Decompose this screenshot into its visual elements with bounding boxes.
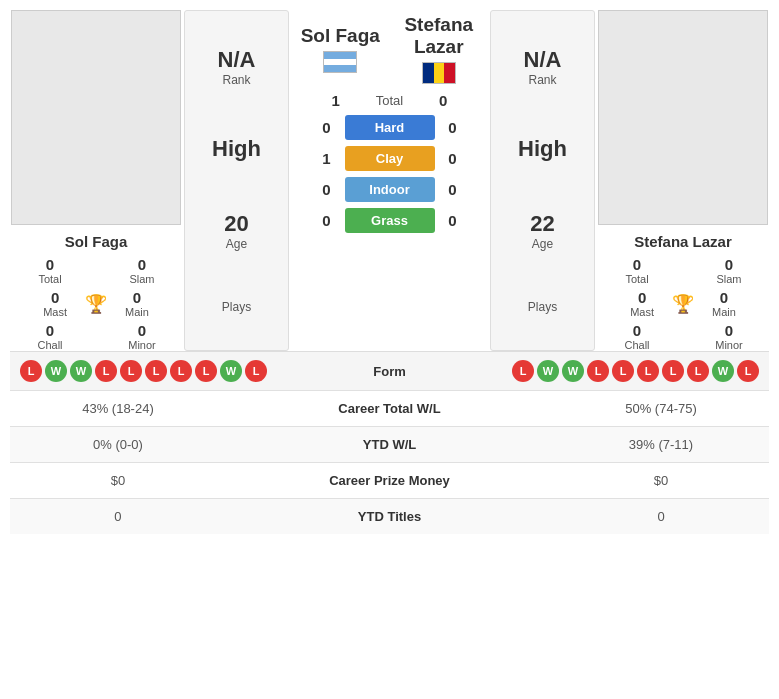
left-main-value: 0 — [133, 289, 141, 306]
left-main-item: 0 Main — [125, 289, 149, 318]
form-badge-right: L — [662, 360, 684, 382]
surface-area: 0 Hard 0 1 Clay 0 0 Indoor 0 — [291, 115, 488, 235]
total-row: 1 Total 0 — [326, 92, 453, 109]
stat-left-value: 43% (18-24) — [10, 391, 226, 427]
left-total-label: Total — [38, 273, 61, 285]
left-plays-label: Plays — [222, 300, 251, 314]
form-badge-right: L — [612, 360, 634, 382]
indoor-left-score: 0 — [317, 181, 337, 198]
stat-left-value: 0 — [10, 499, 226, 535]
right-trophy-icon: 🏆 — [672, 293, 694, 315]
left-minor-label: Minor — [128, 339, 156, 351]
form-badge-left: L — [145, 360, 167, 382]
form-label: Form — [373, 364, 406, 379]
stat-label: YTD Titles — [226, 499, 553, 535]
left-chall-value: 0 — [46, 322, 54, 339]
right-side-stats-box: N/A Rank High 22 Age Plays — [490, 10, 595, 351]
left-chall-item: 0 Chall — [10, 322, 90, 351]
left-side-stats-box: N/A Rank High 20 Age Plays — [184, 10, 289, 351]
hard-row: 0 Hard 0 — [317, 115, 463, 140]
total-right-score: 0 — [433, 92, 453, 109]
total-left-score: 1 — [326, 92, 346, 109]
form-badge-right: L — [687, 360, 709, 382]
grass-right-score: 0 — [443, 212, 463, 229]
left-flag — [323, 51, 357, 73]
grass-button[interactable]: Grass — [345, 208, 435, 233]
right-main-label: Main — [712, 306, 736, 318]
top-area: Sol Faga 0 Total 0 Slam 0 Mast 🏆 — [10, 10, 769, 351]
left-form-badges: LWWLLLLLWL — [20, 360, 267, 382]
indoor-button[interactable]: Indoor — [345, 177, 435, 202]
left-mast-item: 0 Mast — [43, 289, 67, 318]
right-player-photo — [598, 10, 768, 225]
total-label: Total — [376, 93, 403, 108]
right-rank-value: N/A — [524, 47, 562, 73]
clay-button[interactable]: Clay — [345, 146, 435, 171]
right-plays-stat: Plays — [528, 300, 557, 314]
right-age-value: 22 — [530, 211, 554, 237]
stat-label: Career Total W/L — [226, 391, 553, 427]
clay-left-score: 1 — [317, 150, 337, 167]
right-player-col: Stefana Lazar 0 Total 0 Slam 0 Mast 🏆 — [597, 10, 769, 351]
right-high-stat: High — [518, 136, 567, 162]
clay-right-score: 0 — [443, 150, 463, 167]
grass-left-score: 0 — [317, 212, 337, 229]
right-age-stat: 22 Age — [530, 211, 554, 251]
right-flag-row — [390, 62, 489, 84]
left-minor-item: 0 Minor — [102, 322, 182, 351]
right-minor-label: Minor — [715, 339, 743, 351]
hard-button[interactable]: Hard — [345, 115, 435, 140]
right-total-label: Total — [625, 273, 648, 285]
left-trophy-icon: 🏆 — [85, 293, 107, 315]
left-high-value: High — [212, 136, 261, 162]
form-badge-right: L — [637, 360, 659, 382]
right-main-value: 0 — [720, 289, 728, 306]
center-with-sides: N/A Rank High 20 Age Plays — [184, 10, 595, 351]
left-total-item: 0 Total — [10, 256, 90, 285]
left-age-label: Age — [226, 237, 247, 251]
left-player-stats2: 0 Chall 0 Minor — [10, 322, 182, 351]
form-badge-left: L — [170, 360, 192, 382]
right-player-name-center: Stefana Lazar — [390, 14, 489, 58]
form-badge-left: L — [120, 360, 142, 382]
form-badge-left: L — [95, 360, 117, 382]
left-player-name: Sol Faga — [65, 233, 128, 250]
clay-row: 1 Clay 0 — [317, 146, 463, 171]
indoor-right-score: 0 — [443, 181, 463, 198]
right-player-stats2: 0 Chall 0 Minor — [597, 322, 769, 351]
indoor-row: 0 Indoor 0 — [317, 177, 463, 202]
right-high-value: High — [518, 136, 567, 162]
main-container: Sol Faga 0 Total 0 Slam 0 Mast 🏆 — [0, 0, 779, 544]
right-main-item: 0 Main — [712, 289, 736, 318]
left-high-stat: High — [212, 136, 261, 162]
form-badge-right: L — [512, 360, 534, 382]
form-badge-right: W — [562, 360, 584, 382]
stats-table: 43% (18-24)Career Total W/L50% (74-75)0%… — [10, 390, 769, 534]
stat-right-value: $0 — [553, 463, 769, 499]
form-badge-right: W — [537, 360, 559, 382]
form-section: LWWLLLLLWL Form LWWLLLLLWL — [10, 351, 769, 390]
table-row: $0Career Prize Money$0 — [10, 463, 769, 499]
right-chall-item: 0 Chall — [597, 322, 677, 351]
right-slam-item: 0 Slam — [689, 256, 769, 285]
left-slam-value: 0 — [138, 256, 146, 273]
left-age-value: 20 — [224, 211, 248, 237]
table-row: 0% (0-0)YTD W/L39% (7-11) — [10, 427, 769, 463]
inner-center-col: Sol Faga Stefana Lazar — [291, 10, 488, 351]
stat-label: YTD W/L — [226, 427, 553, 463]
stat-right-value: 39% (7-11) — [553, 427, 769, 463]
left-mast-label: Mast — [43, 306, 67, 318]
left-flag-row — [291, 51, 390, 73]
left-rank-label: Rank — [222, 73, 250, 87]
right-total-item: 0 Total — [597, 256, 677, 285]
right-minor-item: 0 Minor — [689, 322, 769, 351]
left-total-value: 0 — [46, 256, 54, 273]
form-badge-left: W — [70, 360, 92, 382]
form-badge-left: L — [195, 360, 217, 382]
stat-left-value: $0 — [10, 463, 226, 499]
left-main-label: Main — [125, 306, 149, 318]
left-player-stats: 0 Total 0 Slam — [10, 256, 182, 285]
stat-right-value: 50% (74-75) — [553, 391, 769, 427]
grass-row: 0 Grass 0 — [317, 208, 463, 233]
right-minor-value: 0 — [725, 322, 733, 339]
